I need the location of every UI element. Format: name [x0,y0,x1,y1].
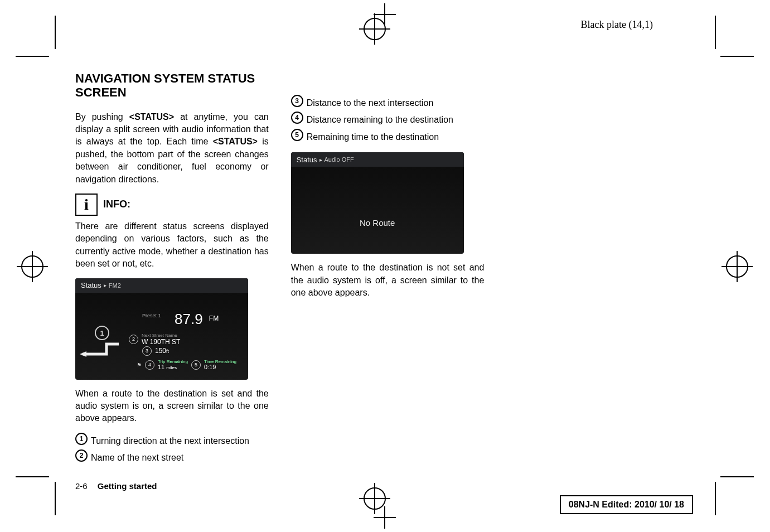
legend-number-icon: 2 [75,449,88,462]
screen1-trip-value: 11 [158,364,164,370]
legend-number-icon: 1 [75,433,88,445]
reg-mark-top-circle [362,17,387,41]
info-text: There are different status screens displ… [75,220,269,270]
legend-text: Remaining time to the destination [307,129,485,146]
legend-item: 5Remaining time to the destination [291,129,485,146]
page-number: 2-6 [75,481,88,491]
crop-mark [55,16,56,49]
page-heading: NAVIGATION SYSTEM STATUS SCREEN [75,71,269,100]
info-callout: i INFO: [75,194,269,216]
screen1-dist-row: 3 150ft [142,346,169,356]
screen1-status-sub: FM2 [109,282,121,289]
intro-paragraph: By pushing <STATUS> at anytime, you can … [75,111,269,186]
column-2: 3Distance to the next intersection4Dista… [291,71,485,466]
legend-number-icon: 5 [291,129,303,141]
screen1-street-row: 2 Next Street Name W 190TH ST [129,333,180,346]
page-footer: 2-6 Getting started [75,481,157,491]
legend-col2: 3Distance to the next intersection4Dista… [291,95,485,146]
screen1-trip-unit: miles [166,365,177,370]
screen1-status-label: Status [81,281,101,289]
crop-mark [16,476,49,477]
status-screen-with-route: Status ▸ FM2 1 Preset 1 87.9 FM [75,278,248,380]
legend-marker-4-icon: 4 [145,360,154,370]
screen1-street-name: W 190TH ST [142,338,180,346]
legend-number-icon: 3 [291,95,303,107]
legend-item: 2Name of the next street [75,449,269,466]
screen1-dist-value: 150 [155,347,166,355]
route-flag-icon: ⚑ [137,362,142,368]
legend-text: Turning direction at the next intersecti… [91,433,269,449]
legend-col1: 1Turning direction at the next intersect… [75,433,269,467]
crop-mark [715,482,716,515]
svg-text:1: 1 [100,329,104,337]
crop-mark [720,56,754,57]
legend-item: 4Distance remaining to the destination [291,112,485,128]
info-label: INFO: [103,199,130,210]
section-name: Getting started [98,481,157,491]
screen1-caption: When a route to the destination is set a… [75,388,269,425]
edit-stamp: 08NJ-N Edited: 2010/ 10/ 18 [560,495,693,514]
svg-marker-2 [80,351,86,357]
screen1-band: FM [209,315,219,322]
crop-mark [715,16,716,49]
crop-mark [16,56,49,57]
screen2-status-sub: Audio OFF [325,156,354,163]
reg-mark-bottom-circle [362,486,387,511]
screen1-preset-label: Preset 1 [142,313,161,318]
legend-number-icon: 4 [291,112,303,124]
crop-mark [720,476,754,477]
legend-text: Name of the next street [91,449,269,466]
reg-mark-right-circle [725,254,749,279]
crop-mark [55,482,56,515]
screen1-street-label: Next Street Name [142,333,180,338]
chevron-right-icon: ▸ [319,157,322,163]
screen1-time-value: 0:19 [204,364,236,370]
screen1-dist-unit: ft [166,349,169,354]
plate-info: Black plate (14,1) [581,19,653,31]
legend-item: 3Distance to the next intersection [291,95,485,112]
reg-mark-left-circle [20,254,45,279]
legend-text: Distance remaining to the destination [307,112,485,128]
chevron-right-icon: ▸ [104,282,106,288]
screen1-dist: 150ft [155,347,169,355]
legend-marker-5-icon: 5 [191,360,201,370]
status-screen-no-route: Status ▸ Audio OFF No Route [291,152,464,254]
legend-marker-3-icon: 3 [142,346,152,356]
screen1-frequency: 87.9 FM [175,311,219,328]
info-icon: i [75,194,98,216]
legend-item: 1Turning direction at the next intersect… [75,433,269,449]
screen1-trip-row: ⚑ 4 Trip Remaining 11 miles 5 Time Remai… [137,360,236,370]
screen2-topbar: Status ▸ Audio OFF [291,152,464,167]
screen1-topbar: Status ▸ FM2 [75,278,248,293]
legend-text: Distance to the next intersection [307,95,485,112]
screen1-freq-value: 87.9 [175,311,203,327]
column-3 [506,71,700,466]
page-content: NAVIGATION SYSTEM STATUS SCREEN By pushi… [75,71,700,473]
screen2-status-label: Status [297,156,317,164]
turn-arrow-icon: 1 [80,322,124,361]
column-1: NAVIGATION SYSTEM STATUS SCREEN By pushi… [75,71,269,466]
screen2-caption: When a route to the destination is not s… [291,262,485,299]
legend-marker-2-icon: 2 [129,335,138,344]
screen2-no-route-text: No Route [291,218,464,228]
